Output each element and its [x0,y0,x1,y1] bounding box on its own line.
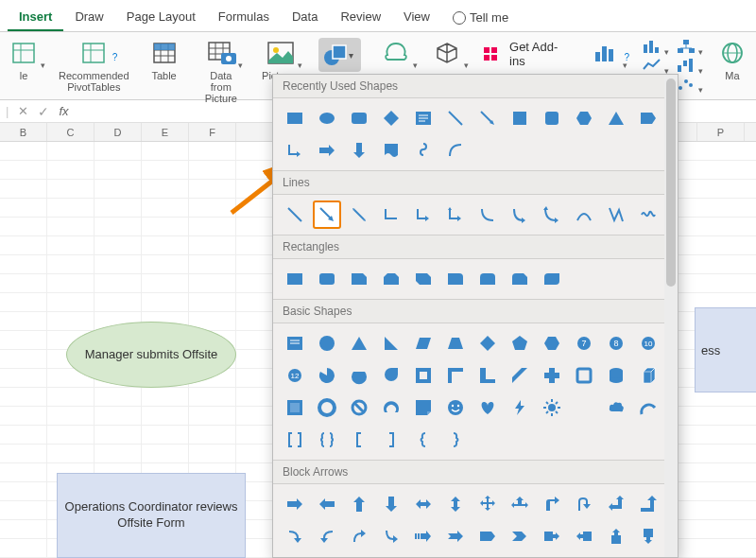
shape-smiley[interactable] [441,393,470,422]
shape-decagon[interactable]: 10 [634,329,662,357]
shape-arrow-left-callout[interactable] [570,522,598,550]
shape-rect-round-2[interactable] [473,265,502,293]
shape-block-arc[interactable] [377,393,405,422]
tab-page-layout[interactable]: Page Layout [115,4,207,31]
shape-arrow-up[interactable] [345,490,373,518]
shape-scribble[interactable] [634,201,662,229]
group-3d-models[interactable]: ▾ [431,38,463,68]
col-e[interactable]: E [142,123,189,141]
shape-hexagon[interactable] [538,329,566,357]
col-p[interactable]: P [697,123,745,141]
shape-triangle-recent[interactable] [602,104,630,132]
shape-circle[interactable] [313,329,341,357]
shape-rect-round-diag[interactable] [538,265,566,293]
shape-rect-round-snip[interactable] [506,265,534,293]
shape-arrow-down[interactable] [377,490,405,518]
shape-pentagon-recent[interactable] [634,104,662,132]
tab-data[interactable]: Data [281,4,329,31]
shape-bracket-square-pair[interactable] [281,426,309,454]
shape-arrow-uturn[interactable] [570,490,598,518]
col-b[interactable]: B [0,123,47,141]
shape-arrow-curved-right[interactable] [281,522,309,550]
shape-rounded-rect[interactable] [345,104,373,132]
shape-down-arrow-recent[interactable] [345,136,373,165]
shape-elbow-double-arrow[interactable] [441,201,470,229]
shape-square[interactable] [506,104,534,132]
shape-textbox[interactable] [409,104,438,132]
shape-brace-left[interactable] [409,426,438,454]
col-d[interactable]: D [94,123,142,141]
shape-oval-manager[interactable]: Manager submits Offsite [66,322,236,388]
shape-heart[interactable] [473,393,502,422]
shape-arrow-circular[interactable] [313,554,341,557]
shape-line-arrow-recent[interactable] [473,104,502,132]
shape-right-triangle[interactable] [377,329,405,357]
shape-arrow-pentagon[interactable] [473,522,502,550]
tab-insert[interactable]: Insert [8,4,63,31]
shape-arrow-chevron[interactable] [506,522,534,550]
hierarchy-chart-icon[interactable]: ▾ [675,38,697,55]
shape-curve[interactable] [570,201,598,229]
shape-line[interactable] [441,104,470,132]
shape-half-frame[interactable] [441,361,470,390]
group-recommended-pivottables[interactable]: ? Recommended PivotTables [59,38,129,93]
shape-cube[interactable] [634,361,662,390]
shape-diamond-2[interactable] [473,329,502,357]
shape-arrow-leftright[interactable] [409,490,438,518]
shape-can[interactable] [602,361,630,390]
shape-diamond[interactable] [377,104,405,132]
shape-line-arrow[interactable] [313,201,341,229]
shape-arrow-right[interactable] [281,490,309,518]
shape-line-plain[interactable] [281,201,309,229]
shape-arrow-left[interactable] [313,490,341,518]
shape-cloud[interactable] [602,393,630,422]
shape-right-arrow-recent[interactable] [313,136,341,165]
shape-hexagon-recent[interactable] [570,104,598,132]
shape-octagon[interactable]: 8 [602,329,630,357]
line-chart-icon[interactable]: ▾ [641,57,663,74]
shape-chord[interactable] [345,361,373,390]
shape-elbow-connector[interactable] [377,201,405,229]
shape-oval[interactable] [313,104,341,132]
shape-arrow-notched-right[interactable] [441,522,470,550]
fx-label[interactable]: fx [59,104,68,118]
shape-donut[interactable] [313,393,341,422]
shape-arrow-quad[interactable] [473,490,502,518]
shape-pie[interactable] [313,361,341,390]
shape-pentagon[interactable] [506,329,534,357]
group-pivottable-cut[interactable]: ▾ le [8,38,40,81]
shape-arc[interactable] [634,393,662,422]
shape-diag-stripe[interactable] [506,361,534,390]
shape-arrow-leftup[interactable] [602,490,630,518]
shape-rect-1[interactable] [281,265,309,293]
shape-arrow-right-callout[interactable] [538,522,566,550]
shape-bracket-right[interactable] [377,426,405,454]
group-chart-1[interactable]: ?▾ [590,38,622,68]
shape-arrow-curved-left[interactable] [313,522,341,550]
waterfall-chart-icon[interactable]: ▾ [675,57,697,74]
shape-sun[interactable] [538,393,566,422]
col-c[interactable]: C [47,123,94,141]
shape-arrow-quad-callout[interactable] [281,554,309,557]
shape-arrow-down-callout[interactable] [634,522,662,550]
tab-draw[interactable]: Draw [63,4,114,31]
shape-bevel[interactable] [281,393,309,422]
col-f[interactable]: F [189,123,236,141]
shape-arrow-updown[interactable] [441,490,470,518]
shape-folded-corner[interactable] [409,393,438,422]
shape-elbow-arrow[interactable] [281,136,309,165]
shape-arrow-striped-right[interactable] [409,522,438,550]
shape-arrow-up-callout[interactable] [602,522,630,550]
shape-dodecagon[interactable]: 12 [281,361,309,390]
shape-cross[interactable] [538,361,566,390]
shape-freeform-line[interactable] [602,201,630,229]
shape-arrow-curved-down[interactable] [377,522,405,550]
group-icons[interactable]: ▾ [380,38,412,68]
shape-arrow-bentup[interactable] [634,490,662,518]
shape-no-symbol[interactable] [345,393,373,422]
shape-line-double-arrow[interactable] [345,201,373,229]
shape-arrow-leftrightup[interactable] [506,490,534,518]
tab-formulas[interactable]: Formulas [207,4,281,31]
shape-lightning[interactable] [506,393,534,422]
shape-brace-pair[interactable] [313,426,341,454]
